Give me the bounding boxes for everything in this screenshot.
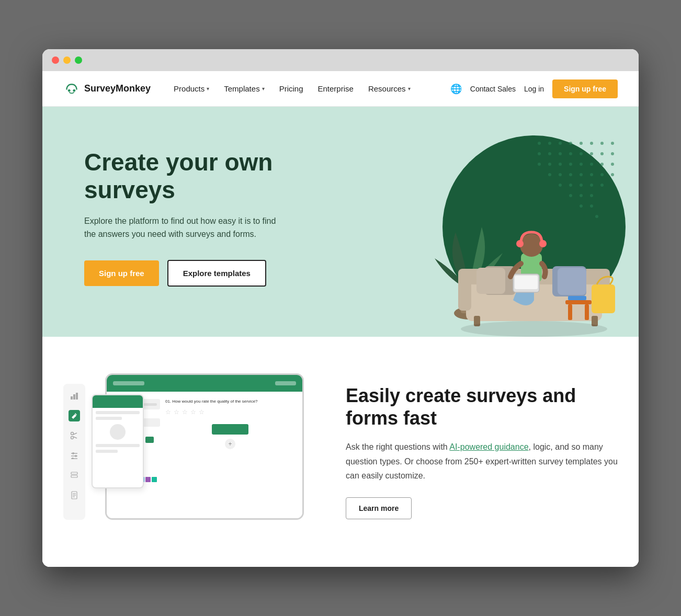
svg-point-7 — [559, 142, 562, 145]
svg-point-30 — [559, 173, 562, 176]
svg-point-17 — [580, 152, 583, 155]
svg-point-6 — [548, 142, 551, 145]
star-1: ☆ — [165, 408, 173, 416]
signup-button[interactable]: Sign up free — [552, 79, 618, 98]
sidebar-layers-icon — [69, 470, 80, 481]
login-link[interactable]: Log in — [524, 85, 544, 93]
tablet-survey-area: 01. How would you rate the quality of th… — [165, 399, 295, 511]
sidebar-scissors-icon — [69, 430, 80, 441]
tablet-header-bar2 — [275, 381, 296, 385]
surveymonkey-logo-icon — [63, 81, 80, 97]
hero-title: Create your own surveys — [84, 149, 335, 204]
svg-point-10 — [590, 142, 593, 145]
globe-icon[interactable]: 🌐 — [450, 83, 462, 95]
svg-point-0 — [68, 89, 71, 92]
svg-point-46 — [595, 215, 598, 218]
svg-point-14 — [548, 152, 551, 155]
svg-rect-72 — [73, 394, 75, 400]
survey-question: 01. How would you rate the quality of th… — [165, 399, 295, 404]
hero-illustration — [372, 128, 633, 337]
svg-point-32 — [580, 173, 583, 176]
swatch-teal — [152, 477, 157, 482]
svg-point-44 — [580, 204, 583, 208]
svg-point-38 — [580, 184, 583, 187]
svg-rect-71 — [71, 396, 73, 400]
mock-sidebar — [63, 384, 85, 520]
hero-section: Create your own surveys Explore the plat… — [42, 107, 639, 337]
svg-point-74 — [71, 432, 74, 435]
layout-btn-2 — [145, 437, 154, 443]
svg-rect-73 — [76, 393, 78, 400]
nav-left: SurveyMonkey Products ▾ Templates ▾ Pric… — [63, 80, 417, 97]
browser-window: SurveyMonkey Products ▾ Templates ▾ Pric… — [42, 49, 639, 567]
nav-resources[interactable]: Resources ▾ — [362, 80, 417, 97]
nav-templates[interactable]: Templates ▾ — [218, 80, 270, 97]
hero-subtitle: Explore the platform to find out how eas… — [84, 214, 283, 241]
feature-section: Footer Fonts Aa — [42, 337, 639, 567]
phone-header — [93, 395, 143, 408]
hero-buttons: Sign up free Explore templates — [84, 260, 335, 287]
contact-sales-link[interactable]: Contact Sales — [470, 85, 516, 93]
close-button-icon[interactable] — [52, 56, 59, 64]
phone-row-2 — [96, 417, 122, 420]
swatch-purple — [145, 477, 151, 482]
star-2: ☆ — [174, 408, 181, 416]
hero-signup-button[interactable]: Sign up free — [84, 260, 159, 286]
phone-mockup — [92, 394, 144, 488]
svg-point-31 — [569, 173, 572, 176]
svg-point-21 — [538, 163, 541, 166]
svg-point-33 — [590, 173, 593, 176]
svg-rect-64 — [515, 276, 538, 289]
templates-chevron-icon: ▾ — [262, 86, 265, 92]
hero-text: Create your own surveys Explore the plat… — [84, 138, 335, 328]
svg-point-13 — [538, 152, 541, 155]
hero-image — [367, 128, 639, 337]
navbar: SurveyMonkey Products ▾ Templates ▾ Pric… — [42, 71, 639, 107]
svg-rect-65 — [592, 284, 615, 313]
svg-point-9 — [580, 142, 583, 145]
svg-point-62 — [539, 240, 547, 247]
nav-products[interactable]: Products ▾ — [167, 80, 215, 97]
browser-content: SurveyMonkey Products ▾ Templates ▾ Pric… — [42, 71, 639, 567]
feature-image: Footer Fonts Aa — [63, 373, 314, 530]
ai-guidance-link[interactable]: AI-powered guidance — [449, 442, 528, 451]
svg-point-1 — [73, 89, 75, 92]
nav-pricing[interactable]: Pricing — [273, 80, 310, 97]
svg-point-35 — [611, 173, 614, 176]
svg-point-83 — [72, 458, 74, 459]
nav-enterprise[interactable]: Enterprise — [312, 80, 360, 97]
tablet-header — [107, 375, 302, 392]
products-chevron-icon: ▾ — [207, 86, 209, 92]
svg-point-8 — [569, 142, 572, 145]
star-5: ☆ — [199, 408, 206, 416]
sidebar-sliders-icon — [69, 450, 80, 461]
tablet-header-bar1 — [113, 381, 144, 385]
svg-rect-68 — [585, 304, 589, 320]
svg-rect-51 — [458, 269, 471, 311]
star-3: ☆ — [182, 408, 189, 416]
svg-rect-58 — [558, 268, 586, 295]
svg-point-23 — [559, 163, 562, 166]
logo[interactable]: SurveyMonkey — [63, 81, 151, 97]
nav-right: 🌐 Contact Sales Log in Sign up free — [450, 79, 618, 98]
add-button-mock: + — [225, 439, 235, 449]
sidebar-edit-icon — [69, 410, 80, 421]
svg-rect-66 — [565, 300, 592, 304]
fullscreen-button-icon[interactable] — [75, 56, 82, 64]
svg-point-25 — [580, 163, 583, 166]
svg-rect-56 — [476, 268, 505, 294]
sidebar-chart-icon — [69, 390, 80, 402]
svg-point-27 — [600, 163, 604, 166]
logo-text: SurveyMonkey — [84, 83, 151, 94]
svg-rect-84 — [71, 472, 77, 474]
hero-explore-button[interactable]: Explore templates — [167, 260, 266, 287]
svg-point-12 — [611, 142, 614, 145]
svg-point-70 — [461, 321, 607, 337]
svg-point-75 — [71, 437, 74, 439]
sidebar-doc-icon — [69, 489, 80, 501]
learn-more-button[interactable]: Learn more — [346, 497, 412, 519]
svg-point-11 — [600, 142, 604, 145]
svg-point-42 — [580, 194, 583, 197]
nav-links: Products ▾ Templates ▾ Pricing Enterpris… — [167, 80, 417, 97]
minimize-button-icon[interactable] — [63, 56, 71, 64]
